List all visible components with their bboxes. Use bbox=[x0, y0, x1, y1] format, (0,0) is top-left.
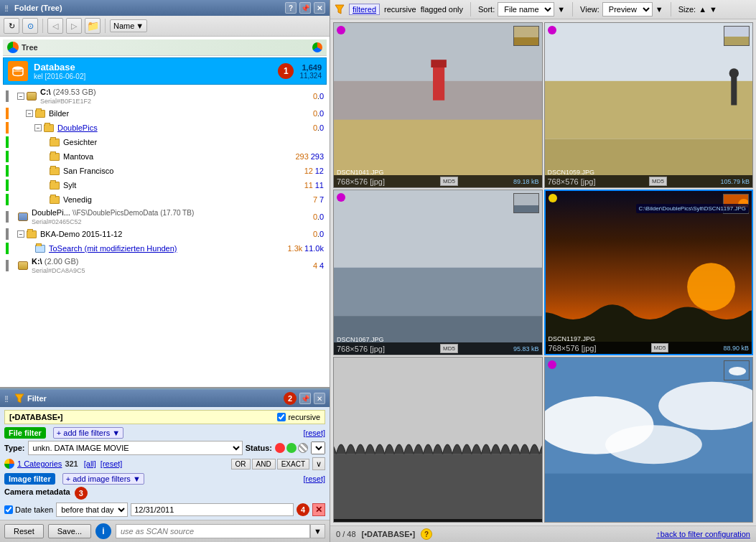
size-section: Size: ▲ ▼ bbox=[678, 5, 717, 14]
tree-item-venedig[interactable]: Venedig 7 7 bbox=[3, 192, 327, 207]
tree-item-c[interactable]: − C:\ (249.53 GB) Serial#B0F1E1F2 0.0 bbox=[3, 86, 327, 106]
date-taken-checkbox[interactable] bbox=[4, 505, 13, 514]
recursive-checkbox[interactable] bbox=[277, 413, 286, 421]
refresh-button[interactable]: ↻ bbox=[4, 18, 19, 34]
help-icon[interactable]: ? bbox=[285, 2, 297, 14]
scan-source: ▼ bbox=[116, 524, 325, 538]
tree-item-gesichter[interactable]: Gesichter bbox=[3, 135, 327, 149]
reset-button[interactable]: Reset bbox=[4, 524, 44, 538]
tree-item-k[interactable]: K:\ (2.00 GB) Serial#DCA8A9C5 4 4 bbox=[3, 256, 327, 276]
image-info-4: 768×576 [jpg] MD5 88.90 kB bbox=[546, 342, 752, 354]
name-dropdown[interactable]: Name ▼ bbox=[110, 19, 147, 32]
filter-pin-icon[interactable]: 📌 bbox=[299, 393, 311, 404]
tree-item-sylt[interactable]: Sylt 11 11 bbox=[3, 178, 327, 192]
tree-label-sylt: Sylt bbox=[63, 181, 304, 190]
view-section: View: Preview ▼ bbox=[580, 2, 663, 17]
date-taken-check[interactable]: Date taken bbox=[4, 505, 53, 514]
save-button[interactable]: Save... bbox=[48, 524, 91, 538]
categories-label[interactable]: 1 Categories bbox=[17, 459, 62, 468]
badge-3: 3 bbox=[75, 487, 88, 500]
status-green-dot[interactable] bbox=[286, 443, 297, 453]
scan-source-dropdown[interactable]: ▼ bbox=[310, 524, 325, 538]
add-image-filter-button[interactable]: + add image filters ▼ bbox=[62, 473, 144, 485]
bottom-bar: Reset Save... i ▼ bbox=[0, 520, 330, 542]
expander-bilder[interactable]: − bbox=[26, 110, 33, 117]
tree-counts-c: 0.0 bbox=[313, 92, 324, 101]
status-label: Status: bbox=[246, 444, 272, 452]
view-arrow[interactable]: ▼ bbox=[655, 5, 663, 14]
filter-funnel-icon bbox=[14, 393, 24, 403]
tree-item-mantova[interactable]: Mantova 293 293 bbox=[3, 149, 327, 164]
folder-button[interactable]: 📁 bbox=[85, 18, 101, 34]
svg-point-24 bbox=[687, 263, 735, 311]
date-delete-button[interactable]: ✕ bbox=[312, 503, 325, 516]
svg-rect-14 bbox=[731, 76, 737, 105]
status-red-dot[interactable] bbox=[275, 443, 285, 453]
image-name-1: DSCN1041.JPG bbox=[337, 169, 384, 176]
type-select[interactable]: unkn. DATA IMAGE MOVIE bbox=[28, 441, 243, 455]
image-filter-label: Image filter bbox=[9, 475, 51, 483]
all-link[interactable]: [all] bbox=[84, 459, 96, 468]
prev-button[interactable]: ◁ bbox=[47, 18, 63, 34]
recursive-check[interactable]: recursive bbox=[277, 413, 320, 421]
expander-bka[interactable]: − bbox=[17, 230, 24, 238]
status-db: [•DATABASE•] bbox=[362, 530, 416, 538]
status-striped-dot[interactable] bbox=[298, 443, 308, 453]
tree-item-tosearch[interactable]: ToSearch (mit modifizierten Hunden) 1.3k… bbox=[3, 241, 327, 256]
database-row[interactable]: Database kel [2016-06-02] 1 1,649 11,324 bbox=[3, 57, 327, 85]
image-dims-3: 768×576 [jpg] bbox=[337, 345, 385, 353]
sort-arrow[interactable]: ▼ bbox=[557, 5, 565, 14]
sort-select[interactable]: File name bbox=[498, 2, 554, 17]
back-to-filter-link[interactable]: ↑back to filter configuration bbox=[656, 530, 750, 538]
file-filter-reset[interactable]: [reset] bbox=[303, 429, 325, 437]
pin-icon[interactable]: 📌 bbox=[299, 2, 311, 14]
size-up-arrow[interactable]: ▲ bbox=[699, 5, 706, 14]
exact-button[interactable]: EXACT bbox=[277, 459, 309, 469]
info-button[interactable]: i bbox=[95, 523, 111, 539]
scan-source-input[interactable] bbox=[116, 524, 310, 538]
categories-icon bbox=[4, 459, 14, 469]
filter-close-icon[interactable]: ✕ bbox=[314, 393, 325, 404]
image-filter-reset[interactable]: [reset] bbox=[303, 475, 325, 483]
tree-counts-sylt: 11 11 bbox=[304, 181, 324, 190]
tree-item-doublepics[interactable]: − DoublePics 0.0 bbox=[3, 121, 327, 135]
size-down-arrow[interactable]: ▼ bbox=[709, 5, 717, 14]
tree-item-doubleps[interactable]: DoublePi... \\FS\DoublePicsDemoData (17.… bbox=[3, 207, 327, 227]
image-cell-5[interactable] bbox=[333, 357, 543, 523]
image-cell-6[interactable] bbox=[544, 357, 754, 523]
image-flag-2 bbox=[548, 26, 556, 34]
reset-link2[interactable]: [reset] bbox=[101, 459, 123, 468]
status-more-select[interactable]: ▼ bbox=[311, 441, 325, 454]
expander-c[interactable]: − bbox=[17, 93, 24, 100]
close-icon[interactable]: ✕ bbox=[314, 2, 325, 14]
image-flag-4 bbox=[549, 194, 557, 202]
status-help-button[interactable]: ? bbox=[421, 528, 432, 540]
image-name-3: DSCN1067.JPG bbox=[337, 336, 384, 343]
md5-badge-3: MD5 bbox=[440, 344, 458, 353]
tree-item-bka[interactable]: − BKA-Demo 2015-11-12 0.0 bbox=[3, 227, 327, 241]
expander-doublepics[interactable]: − bbox=[34, 124, 42, 131]
right-status: 0 / 48 [•DATABASE•] ? ↑back to filter co… bbox=[330, 525, 756, 542]
image-flag-6 bbox=[548, 360, 556, 369]
or-button[interactable]: OR bbox=[231, 459, 251, 469]
image-cell-2[interactable]: 768×576 [jpg] MD5 105.79 kB DSCN1059.JPG bbox=[544, 22, 754, 188]
image-cell-1[interactable]: 768×576 [jpg] MD5 89.18 kB DSCN1041.JPG bbox=[333, 22, 543, 188]
tree-counts-k: 4 4 bbox=[313, 261, 324, 270]
svg-rect-12 bbox=[545, 81, 753, 139]
date-before-select[interactable]: before that day bbox=[56, 503, 128, 517]
next-button[interactable]: ▷ bbox=[66, 18, 82, 34]
image-cell-3[interactable]: 768×576 [jpg] MD5 95.83 kB DSCN1067.JPG bbox=[333, 190, 543, 355]
filtered-tag[interactable]: filtered bbox=[349, 4, 380, 15]
date-value-input[interactable] bbox=[131, 503, 294, 516]
image-cell-4[interactable]: C:\Bilder\DoublePics\Sylt\DSCN1197.JPG 7… bbox=[544, 190, 754, 355]
image-grid: 768×576 [jpg] MD5 89.18 kB DSCN1041.JPG bbox=[330, 19, 756, 525]
view-select[interactable]: Preview bbox=[602, 2, 653, 17]
target-button[interactable]: ⊙ bbox=[22, 18, 38, 34]
add-file-filter-button[interactable]: + add file filters ▼ bbox=[53, 427, 123, 439]
svg-rect-17 bbox=[724, 37, 750, 46]
tree-item-sanfrancisco[interactable]: San Francisco 12 12 bbox=[3, 164, 327, 178]
and-button[interactable]: AND bbox=[252, 459, 276, 469]
image-size-1: 89.18 kB bbox=[513, 178, 539, 185]
tree-item-bilder[interactable]: − Bilder 0.0 bbox=[3, 106, 327, 121]
expand-button[interactable]: ∨ bbox=[312, 457, 325, 470]
